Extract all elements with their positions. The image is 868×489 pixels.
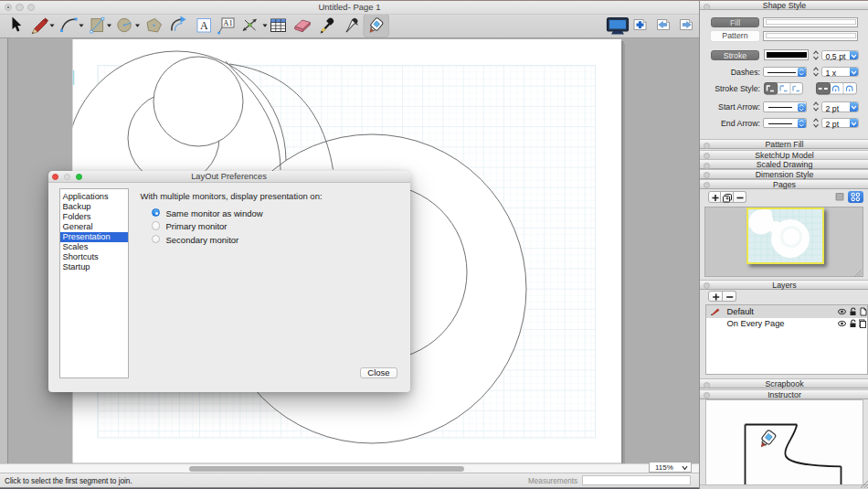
svg-text:A: A: [200, 19, 208, 32]
svg-text:A1: A1: [223, 18, 232, 27]
